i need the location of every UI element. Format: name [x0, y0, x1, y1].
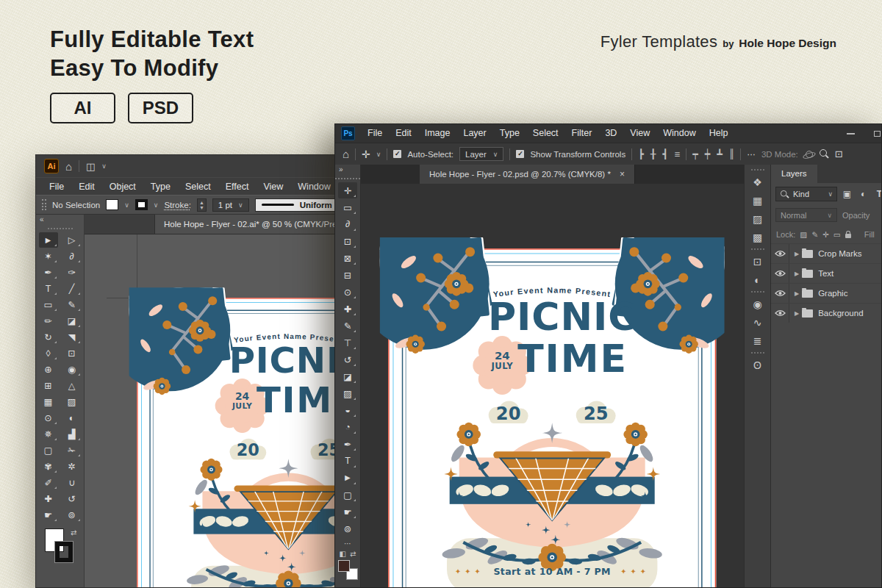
ai-menu-object[interactable]: Object [102, 178, 143, 196]
maximize-button[interactable] [864, 124, 882, 143]
ps-tool-frame[interactable]: ⊟ [338, 267, 357, 283]
stroke-weight-stepper[interactable]: ▲▼ [197, 198, 207, 212]
ai-tool-zoom[interactable]: ⊚ [62, 507, 82, 523]
ai-tool-symbol-sprayer[interactable]: ✵ [39, 426, 58, 442]
ai-tool-shape-builder[interactable]: ⊕ [39, 362, 58, 377]
expand-group-icon[interactable]: ▶ [795, 290, 799, 297]
tab-layers[interactable]: Layers [771, 165, 817, 183]
ps-tool-crop[interactable]: ⊠ [338, 250, 357, 266]
ai-tool-eyedropper[interactable]: ⊙ [39, 410, 58, 426]
layer-name[interactable]: Background [818, 309, 863, 318]
ps-menu-image[interactable]: Image [418, 124, 457, 143]
ai-tool-width[interactable]: ◊ [39, 345, 58, 361]
ai-fill-stroke-swatches[interactable]: ⇄ [43, 528, 77, 565]
ps-tool-eraser[interactable]: ◪ [338, 368, 357, 384]
fill-color-swatch[interactable] [106, 199, 118, 210]
ai-tool-shaper[interactable]: ✏ [39, 313, 58, 329]
ps-menu-window[interactable]: Window [656, 124, 702, 143]
ps-document-tab[interactable]: Hole Hope - Flyer - 02.psd @ 20.7% (CMYK… [420, 165, 635, 184]
ai-tool-rotate-view[interactable]: ↺ [62, 491, 82, 506]
lock-artboard-icon[interactable]: ▭ [833, 230, 841, 239]
drag-handle-icon[interactable] [42, 199, 46, 210]
lock-pixels-icon[interactable]: ✎ [811, 230, 818, 239]
ai-tool-eraser[interactable]: ◪ [62, 313, 82, 329]
ps-menu-select[interactable]: Select [526, 124, 565, 143]
workspace-panel-icon[interactable]: ⊡ [835, 148, 843, 159]
layer-row[interactable]: ▶ Text [771, 263, 881, 283]
ai-tool-slice[interactable]: ✁ [62, 442, 82, 458]
swatches-panel-icon[interactable]: ❖ [747, 173, 768, 191]
layer-row[interactable]: ▶ Background [771, 303, 881, 323]
align-left-icon[interactable]: ┣ [638, 148, 644, 159]
ai-tool-scale[interactable]: ◥ [62, 329, 82, 345]
auto-select-checkbox[interactable]: ✓ [393, 150, 401, 158]
ps-tool-eyedropper[interactable]: ⊙ [338, 284, 357, 300]
ps-tool-dodge[interactable]: ◔ [338, 419, 357, 435]
visibility-toggle[interactable] [771, 304, 789, 323]
ps-menu-3d[interactable]: 3D [598, 124, 623, 143]
edit-toolbar-icon[interactable]: ⋯ [344, 539, 351, 548]
ai-menu-effect[interactable]: Effect [218, 178, 257, 196]
ai-tool-selection[interactable]: ► [39, 232, 58, 248]
ps-tool-hand[interactable]: ☛ [338, 503, 357, 520]
ai-menu-select[interactable]: Select [178, 178, 218, 196]
ai-tool-curvature[interactable]: ✑ [62, 265, 82, 280]
ai-tool-paintbrush[interactable]: ✎ [62, 297, 82, 312]
ai-tool-magic-wand[interactable]: ✶ [39, 248, 58, 264]
toolbar-grip[interactable] [335, 178, 360, 179]
ps-tool-marquee[interactable]: ▭ [338, 199, 357, 215]
ai-menu-file[interactable]: File [42, 178, 71, 196]
align-center-icon[interactable]: ╂ [650, 148, 656, 159]
ps-tool-gradient[interactable]: ▨ [338, 385, 357, 401]
paths-panel-icon[interactable]: ∿ [747, 313, 768, 331]
ps-tool-history-brush[interactable]: ↺ [338, 351, 357, 368]
ps-menu-filter[interactable]: Filter [565, 124, 599, 143]
stroke-label[interactable]: Stroke: [164, 201, 190, 209]
home-icon[interactable]: ⌂ [343, 148, 349, 160]
adjustments-panel-icon[interactable]: ◐ [747, 270, 768, 289]
patterns-panel-icon[interactable]: ▩ [747, 228, 768, 246]
ai-tool-warp[interactable]: ✾ [39, 459, 58, 474]
layer-name[interactable]: Text [818, 269, 833, 278]
visibility-toggle[interactable] [771, 244, 789, 263]
ai-tool-hand[interactable]: ☛ [39, 507, 58, 523]
distribute-icon[interactable]: ≡ [675, 148, 681, 159]
close-icon[interactable]: × [620, 169, 625, 179]
align-middle-icon[interactable]: ┿ [705, 148, 711, 159]
ps-menu-help[interactable]: Help [703, 124, 735, 143]
ai-tool-gradient[interactable]: ▨ [62, 394, 82, 409]
ai-tool-perspective-grid[interactable]: △ [62, 378, 82, 393]
visibility-toggle[interactable] [771, 284, 789, 303]
home-icon[interactable]: ⌂ [65, 160, 72, 173]
ps-tool-clone-stamp[interactable]: ⊤ [338, 334, 357, 351]
move-tool-icon[interactable]: ✛ [362, 148, 370, 160]
chevron-down-icon[interactable]: ∨ [154, 201, 159, 209]
ps-tool-zoom[interactable]: ⊚ [338, 520, 357, 537]
ps-menu-file[interactable]: File [361, 124, 389, 143]
filter-adjustment-layers-icon[interactable]: ◐ [857, 189, 870, 199]
ps-tool-move[interactable]: ✛ [338, 182, 357, 198]
ai-tool-type[interactable]: T [39, 281, 58, 296]
stroke-swatch[interactable] [55, 542, 73, 562]
ai-menu-edit[interactable]: Edit [71, 178, 102, 196]
ai-tool-rotate[interactable]: ↻ [39, 329, 58, 345]
color-panel-icon[interactable]: ◉ [747, 295, 768, 313]
ai-tool-join[interactable]: ∪ [62, 475, 82, 490]
ai-menu-type[interactable]: Type [143, 178, 178, 196]
chevron-down-icon[interactable]: ∨ [124, 201, 129, 209]
expand-group-icon[interactable]: ▶ [795, 251, 799, 257]
ai-tool-smooth[interactable]: ✐ [39, 475, 58, 490]
ps-menu-view[interactable]: View [623, 124, 656, 143]
lock-all-icon[interactable] [845, 234, 851, 238]
layer-name[interactable]: Crop Marks [818, 249, 861, 258]
flyer-artboard[interactable]: Your Event Name Present PICNIC TIME 24JU… [388, 248, 716, 587]
ai-tool-blend[interactable]: ◐ [62, 410, 82, 426]
collapse-toolbar-button[interactable]: « [36, 215, 84, 227]
toolbar-grip[interactable] [48, 228, 73, 229]
expand-group-icon[interactable]: ▶ [795, 270, 799, 277]
ai-tool-measure[interactable]: ✚ [39, 491, 58, 506]
ai-tool-live-paint-selection[interactable]: ⊞ [39, 378, 58, 393]
swap-fill-stroke-icon[interactable]: ⇄ [71, 528, 76, 537]
ai-tool-rectangle[interactable]: ▭ [39, 297, 58, 312]
ps-tool-brush[interactable]: ✎ [338, 318, 357, 334]
